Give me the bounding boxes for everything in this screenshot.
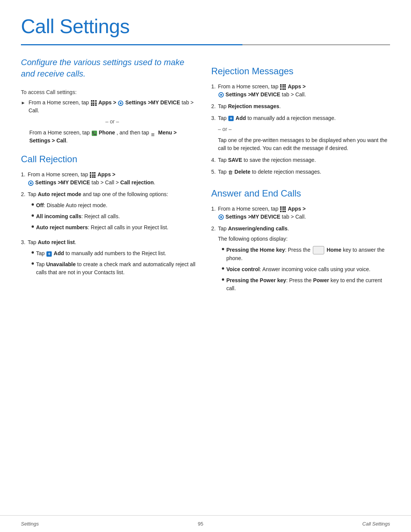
call-rejection-step-3: 3. Tap Auto reject list. Tap + Add to ma… — [21, 238, 196, 280]
settings-circle-icon-ae1 — [218, 214, 224, 220]
intro-heading: Configure the various settings used to m… — [21, 57, 196, 79]
call-rejection-list: 1. From a Home screen, tap Apps > Settin… — [21, 171, 196, 280]
answer-end-calls-step-2: 2. Tap Answering/ending calls. The follo… — [211, 225, 390, 296]
intro-section: Configure the various settings used to m… — [21, 57, 196, 145]
intro-bullet-2: From a Home screen, tap Phone , and then… — [29, 129, 196, 145]
rejection-messages-list: 1. From a Home screen, tap Apps > Settin… — [211, 83, 390, 176]
answer-end-calls-section: Answer and End Calls 1. From a Home scre… — [211, 187, 390, 296]
access-label: To access Call settings: — [21, 88, 196, 96]
left-column: Configure the various settings used to m… — [21, 57, 196, 515]
answer-end-calls-step-1: 1. From a Home screen, tap Apps > Settin… — [211, 205, 390, 221]
home-key-box — [313, 246, 325, 254]
following-text: The following options display: — [218, 235, 390, 243]
apps-grid-icon — [91, 100, 97, 106]
page-header: Call Settings — [0, 0, 411, 57]
settings-circle-icon-rm1 — [218, 92, 224, 97]
trash-icon: 🗑 — [228, 169, 233, 175]
list-item: Off: Disable Auto reject mode. — [32, 201, 196, 209]
footer-left: Settings — [21, 520, 39, 528]
call-rejection-section: Call Rejection 1. From a Home screen, ta… — [21, 152, 196, 280]
intro-bullet-1-text: From a Home screen, tap Apps > Settings … — [29, 99, 196, 115]
list-item: Auto reject numbers: Reject all calls in… — [32, 224, 196, 232]
rm-or-body: Tap one of the pre-written messages to b… — [218, 136, 390, 152]
list-item: All incoming calls: Reject all calls. — [32, 212, 196, 220]
answer-end-calls-title: Answer and End Calls — [211, 187, 390, 200]
phone-icon — [92, 131, 97, 136]
call-rejection-sub-3: Tap + Add to manually add numbers to the… — [32, 249, 196, 276]
bullet-dot-icon — [32, 225, 34, 228]
apps-grid-icon-rm1 — [280, 84, 286, 90]
apps-grid-icon-ae1 — [280, 206, 286, 212]
call-rejection-step-1: 1. From a Home screen, tap Apps > Settin… — [21, 171, 196, 187]
rm-or-divider: – or – — [218, 125, 390, 133]
header-divider — [21, 44, 390, 45]
page-footer: Settings 95 Call Settings — [0, 515, 411, 532]
settings-circle-icon-cr1 — [28, 181, 33, 186]
page-wrapper: Call Settings Configure the various sett… — [0, 0, 411, 532]
bullet-dot-icon — [32, 214, 34, 217]
page-title: Call Settings — [21, 11, 390, 41]
answer-end-calls-sub: Pressing the Home key: Press the Home ke… — [222, 246, 390, 292]
rejection-messages-step-1: 1. From a Home screen, tap Apps > Settin… — [211, 83, 390, 99]
bullet-arrow-icon: ► — [21, 99, 25, 106]
list-item: Tap Unavailable to create a check mark a… — [32, 260, 196, 276]
add-plus-icon-rm: + — [228, 116, 234, 121]
footer-page-number: 95 — [198, 520, 203, 528]
add-plus-icon: + — [46, 251, 52, 257]
apps-grid-icon-cr1 — [90, 172, 96, 178]
call-rejection-step-2: 2. Tap Auto reject mode and tap one of t… — [21, 190, 196, 235]
rejection-messages-step-3: 3. Tap + Add to manually add a rejection… — [211, 114, 390, 152]
list-item: Pressing the Home key: Press the Home ke… — [222, 246, 390, 262]
list-item: Pressing the Power key: Press the Power … — [222, 276, 390, 292]
rejection-messages-step-4: 4. Tap SAVE to save the rejection messag… — [211, 156, 390, 164]
bullet-dot-icon — [32, 262, 34, 265]
bullet-dot-icon — [32, 203, 34, 206]
intro-bullet-1: ► From a Home screen, tap Apps > Setting… — [21, 99, 196, 115]
bullet-dot-icon — [32, 251, 34, 254]
bullet-dot-icon — [222, 248, 224, 250]
rejection-messages-section: Rejection Messages 1. From a Home screen… — [211, 64, 390, 176]
call-rejection-title: Call Rejection — [21, 152, 196, 166]
rejection-messages-step-5: 5. Tap 🗑 Delete to delete rejection mess… — [211, 168, 390, 176]
menu-icon — [151, 131, 156, 136]
rejection-messages-step-2: 2. Tap Rejection messages. — [211, 102, 390, 110]
rejection-messages-title: Rejection Messages — [211, 64, 390, 78]
call-rejection-sub-2: Off: Disable Auto reject mode. All incom… — [32, 201, 196, 232]
intro-or-divider: – or – — [29, 118, 196, 126]
footer-right: Call Settings — [362, 520, 390, 528]
list-item: Tap + Add to manually add numbers to the… — [32, 249, 196, 257]
settings-circle-icon — [118, 101, 123, 106]
content-area: Configure the various settings used to m… — [0, 57, 411, 515]
answer-end-calls-list: 1. From a Home screen, tap Apps > Settin… — [211, 205, 390, 296]
right-column: Rejection Messages 1. From a Home screen… — [211, 57, 390, 515]
bullet-dot-icon — [222, 278, 224, 281]
bullet-dot-icon — [222, 267, 224, 270]
list-item: Voice control: Answer incoming voice cal… — [222, 265, 390, 273]
